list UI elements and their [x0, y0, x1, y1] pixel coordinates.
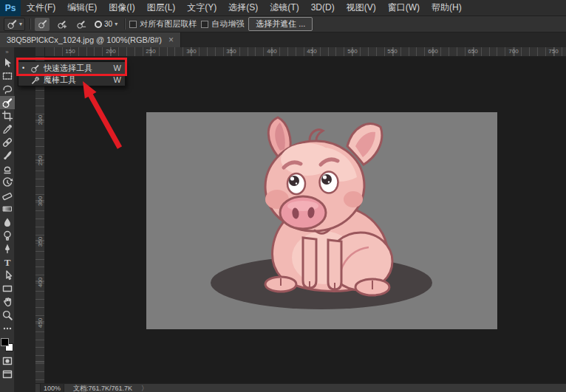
- add-selection-icon: [56, 18, 67, 30]
- flyout-item-label: 快速选择工具: [44, 63, 92, 74]
- ruler-label: 350: [226, 48, 236, 55]
- type-icon: T: [1, 256, 13, 268]
- checkbox-icon: [129, 21, 137, 28]
- ruler-label: 200: [106, 48, 115, 55]
- eraser-tool[interactable]: [0, 189, 15, 202]
- ruler-label: 150: [65, 48, 75, 55]
- clone-stamp-icon: [1, 163, 13, 175]
- sample-all-layers-checkbox[interactable]: 对所有图层取样: [129, 18, 197, 30]
- eraser-icon: [1, 190, 13, 202]
- dodge-tool[interactable]: [0, 229, 15, 242]
- quick-selection-icon: [7, 18, 18, 30]
- magnifier-icon: [1, 309, 13, 321]
- menu-select[interactable]: 选择(S): [222, 0, 264, 16]
- brush-preview-icon: [95, 21, 102, 28]
- pen-tool[interactable]: [0, 242, 15, 255]
- blur-tool[interactable]: [0, 216, 15, 229]
- flyout-item-magic-wand[interactable]: 魔棒工具 W: [18, 74, 125, 86]
- ruler-label: 600: [428, 48, 437, 55]
- eyedropper-tool[interactable]: [0, 123, 15, 136]
- ruler-label: 300: [37, 190, 44, 213]
- dodge-icon: [1, 230, 13, 241]
- flyout-item-shortcut: W: [114, 75, 121, 84]
- subtract-from-selection-button[interactable]: [73, 18, 88, 31]
- add-to-selection-button[interactable]: [54, 18, 69, 31]
- menu-3d[interactable]: 3D(D): [305, 0, 341, 16]
- chevron-down-icon: ▾: [115, 21, 117, 27]
- ruler-corner[interactable]: [35, 47, 45, 57]
- move-icon: [1, 57, 13, 69]
- crop-icon: [1, 110, 13, 122]
- menu-image[interactable]: 图像(I): [103, 0, 140, 16]
- edit-toolbar-button[interactable]: [0, 322, 15, 335]
- toolbar-collapse-button[interactable]: »: [5, 47, 8, 56]
- zoom-level-field[interactable]: 100%: [40, 383, 64, 392]
- separator: [30, 18, 30, 30]
- gradient-tool[interactable]: [0, 202, 15, 216]
- screen-mode-icon: [1, 368, 13, 380]
- hand-tool[interactable]: [0, 295, 15, 309]
- color-swatches[interactable]: [0, 337, 15, 354]
- ruler-label: 450: [307, 48, 316, 55]
- type-tool[interactable]: T: [0, 255, 15, 269]
- photoshop-logo: Ps: [0, 0, 21, 16]
- panel-gap: [15, 47, 35, 392]
- ruler-label: 300: [186, 48, 196, 55]
- auto-enhance-checkbox[interactable]: 自动增强: [201, 18, 244, 30]
- history-brush-tool[interactable]: [0, 176, 15, 189]
- flyout-item-quick-selection[interactable]: • 快速选择工具 W: [18, 62, 125, 74]
- menu-filter[interactable]: 滤镜(T): [264, 0, 304, 16]
- rectangular-marquee-tool[interactable]: [0, 69, 15, 83]
- subtract-selection-icon: [75, 18, 86, 30]
- screen-mode-button[interactable]: [0, 368, 15, 381]
- menu-type[interactable]: 文字(Y): [181, 0, 222, 16]
- document-canvas[interactable]: [146, 112, 497, 329]
- spot-healing-brush-tool[interactable]: [0, 136, 15, 149]
- clone-stamp-tool[interactable]: [0, 162, 15, 176]
- rectangle-shape-tool[interactable]: [0, 282, 15, 295]
- zoom-tool[interactable]: [0, 309, 15, 322]
- tools-panel: » T: [0, 47, 15, 392]
- ruler-label: 250: [37, 150, 44, 172]
- brush-size-value: 30: [104, 20, 112, 28]
- horizontal-ruler[interactable]: 150 200 250 300 350 400 450 500 550 600 …: [45, 47, 566, 57]
- foreground-color-swatch[interactable]: [1, 338, 9, 346]
- ruler-label: 450: [37, 312, 44, 334]
- menu-edit[interactable]: 编辑(E): [61, 0, 103, 16]
- menu-view[interactable]: 视图(V): [341, 0, 382, 16]
- path-selection-tool[interactable]: [0, 269, 15, 282]
- menu-layer[interactable]: 图层(L): [141, 0, 182, 16]
- brush-picker[interactable]: 30 ▾: [92, 18, 120, 31]
- ruler-label: 250: [146, 48, 155, 55]
- select-and-mask-button[interactable]: 选择并遮住 ...: [248, 17, 313, 31]
- menu-window[interactable]: 窗口(W): [382, 0, 426, 16]
- lasso-tool[interactable]: [0, 83, 15, 96]
- lasso-icon: [1, 83, 13, 95]
- vertical-ruler[interactable]: 150 200 250 300 350 400 450: [35, 57, 45, 383]
- svg-text:T: T: [4, 257, 10, 268]
- brush-tool[interactable]: [0, 149, 15, 162]
- menu-bar: Ps 文件(F) 编辑(E) 图像(I) 图层(L) 文字(Y) 选择(S) 滤…: [0, 0, 566, 16]
- quick-mask-icon: [1, 355, 13, 367]
- document-tab[interactable]: 38Q58PlCkCx_1024.jpg @ 100%(RGB/8#) ×: [0, 32, 181, 47]
- quick-selection-icon: [30, 63, 40, 73]
- photoshop-window: Ps 文件(F) 编辑(E) 图像(I) 图层(L) 文字(Y) 选择(S) 滤…: [0, 0, 566, 392]
- menu-help[interactable]: 帮助(H): [426, 0, 468, 16]
- brush-icon: [1, 150, 13, 162]
- status-bar: 100% 文档:761.7K/761.7K 〉: [35, 383, 566, 392]
- tool-preset-picker[interactable]: ▾: [4, 18, 25, 31]
- pasteboard: [45, 57, 566, 383]
- tool-options-bar: ▾ 30 ▾ 对所有图层取样 自动增强 选择并遮住 ...: [0, 16, 566, 32]
- healing-brush-icon: [1, 137, 13, 148]
- ruler-label: 750: [548, 48, 558, 55]
- crop-tool[interactable]: [0, 109, 15, 123]
- tool-flyout-menu: • 快速选择工具 W 魔棒工具 W: [18, 61, 126, 86]
- quick-mask-button[interactable]: [0, 354, 15, 368]
- move-tool[interactable]: [0, 56, 15, 69]
- flyout-item-shortcut: W: [114, 63, 121, 72]
- close-icon[interactable]: ×: [168, 35, 174, 44]
- new-selection-button[interactable]: [35, 18, 50, 31]
- status-chevron-icon[interactable]: 〉: [141, 384, 148, 392]
- quick-selection-tool[interactable]: [0, 96, 15, 109]
- menu-file[interactable]: 文件(F): [21, 0, 61, 16]
